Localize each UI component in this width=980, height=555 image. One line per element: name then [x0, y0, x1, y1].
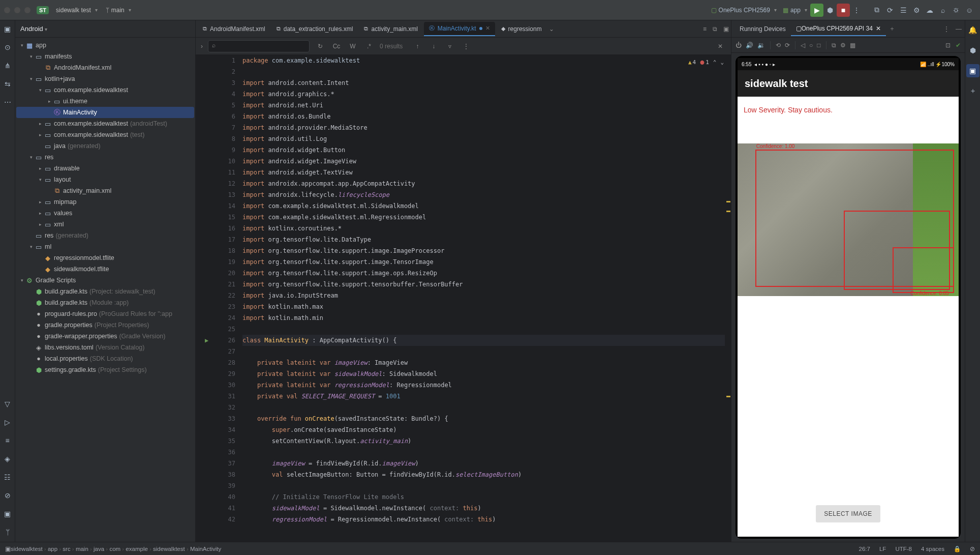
file-encoding[interactable]: UTF-8 [895, 546, 912, 552]
tree-node[interactable]: ◆regressionmodel.tflite [16, 252, 194, 264]
tree-node[interactable]: ▸▭drawable [16, 163, 194, 174]
prev-occurrence-icon[interactable]: ↻ [315, 43, 326, 50]
ok-icon[interactable]: ✔ [956, 42, 961, 49]
editor-split-icon[interactable]: ⧉ [713, 25, 717, 33]
filter-icon[interactable]: ▿ [444, 43, 455, 50]
tree-node[interactable]: ⓀMainActivity [16, 107, 194, 118]
breadcrumb-root-icon[interactable]: ▣ [5, 545, 11, 552]
tree-node[interactable]: ⬢build.gradle.kts(Project: sidewalk_test… [16, 286, 194, 297]
vcs-tool-icon[interactable]: ᛘ [2, 527, 13, 538]
tree-node[interactable]: ▾⚙Gradle Scripts [16, 275, 194, 286]
gradle-tool-icon[interactable]: ⬢ [966, 44, 979, 57]
project-tree[interactable]: ▾▦app▾▭manifests⧉AndroidManifest.xml▾▭ko… [15, 38, 195, 542]
account-icon[interactable]: ☺ [963, 4, 976, 17]
editor-tab[interactable]: ◆regressionm [496, 22, 547, 36]
tree-node[interactable]: ⬢settings.gradle.kts(Project Settings) [16, 364, 194, 375]
breadcrumb-item[interactable]: sidewalktest [153, 546, 190, 552]
breadcrumb-item[interactable]: sidewalktest [11, 546, 48, 552]
toolbar-icon[interactable]: ⧉ [870, 4, 883, 17]
tree-node[interactable]: ●gradle-wrapper.properties(Gradle Versio… [16, 331, 194, 342]
editor-list-icon[interactable]: ≡ [703, 25, 707, 33]
tree-node[interactable]: ⧉AndroidManifest.xml [16, 62, 194, 73]
find-input[interactable] [208, 40, 310, 52]
build-tool-icon[interactable]: ≡ [2, 435, 13, 446]
tree-node[interactable]: ▾▭kotlin+java [16, 73, 194, 84]
tree-node[interactable]: ▾▭com.example.sidewalktest [16, 84, 194, 96]
caret-position[interactable]: 26:7 [859, 546, 870, 552]
breadcrumbs[interactable]: sidewalktestappsrcmainjavacomexampleside… [11, 546, 221, 552]
editor-tab[interactable]: ⧉data_extraction_rules.xml [271, 22, 358, 36]
project-selector[interactable]: sidewalk test [52, 6, 102, 15]
tree-node[interactable]: ▭java(generated) [16, 140, 194, 152]
tree-node[interactable]: ▸▭com.example.sidewalktest(androidTest) [16, 118, 194, 129]
close-find-icon[interactable]: ✕ [715, 43, 726, 50]
tree-node[interactable]: ▾▭manifests [16, 51, 194, 62]
overview-icon[interactable]: □ [817, 42, 820, 49]
settings-icon[interactable]: ⛭ [950, 4, 963, 17]
indent-settings[interactable]: 4 spaces [921, 546, 944, 552]
volume-up-icon[interactable]: 🔊 [746, 42, 753, 49]
device-selector[interactable]: OnePlus CPH2569 [708, 7, 780, 14]
device-settings-icon[interactable]: ⚙ [840, 42, 846, 49]
toolbar-icon[interactable]: ☁ [923, 4, 936, 17]
run-button[interactable]: ▶ [810, 4, 823, 17]
logcat-icon[interactable]: ☷ [2, 472, 13, 483]
tree-node[interactable]: ▸▭mipmap [16, 196, 194, 208]
select-image-button[interactable]: SELECT IMAGE [816, 505, 880, 522]
pull-requests-icon[interactable]: ⇆ [2, 78, 13, 90]
memory-icon[interactable]: ⊘ [970, 545, 975, 552]
tree-node[interactable]: ▾▭res [16, 152, 194, 163]
zoom-icon[interactable]: ⊡ [945, 42, 951, 49]
toolbar-icon[interactable]: ⚙ [910, 4, 923, 17]
breadcrumb-item[interactable]: example [126, 546, 153, 552]
tree-node[interactable]: ◈libs.versions.toml(Version Catalog) [16, 342, 194, 353]
more-tool-icon[interactable]: ⋯ [2, 97, 13, 108]
next-match-icon[interactable]: ↓ [428, 43, 439, 50]
toolbar-icon[interactable]: ⟳ [883, 4, 897, 17]
readonly-icon[interactable]: 🔒 [954, 545, 961, 552]
device-manager-icon[interactable]: ▣ [966, 64, 979, 77]
structure-tool-icon[interactable]: ⋔ [2, 60, 13, 71]
device-tab[interactable]: ▢ OnePlus CPH2569 API 34✕ [791, 22, 886, 36]
run-config-selector[interactable]: app [780, 7, 810, 14]
breadcrumb-item[interactable]: app [48, 546, 63, 552]
project-tool-icon[interactable]: ▣ [2, 23, 13, 35]
breadcrumb-item[interactable]: main [76, 546, 94, 552]
problems-icon[interactable]: ⊘ [2, 490, 13, 501]
panel-options-icon[interactable]: ⋮ [943, 25, 950, 33]
tree-node[interactable]: ●proguard-rules.pro(ProGuard Rules for "… [16, 308, 194, 319]
device-mirror[interactable]: 6:55 ◂ ▪ ▪ ● ◦ ▸ 📶 ..ıll ⚡100% sidewalk … [736, 56, 961, 539]
tree-node[interactable]: ●local.properties(SDK Location) [16, 353, 194, 364]
prev-match-icon[interactable]: ↑ [412, 43, 423, 50]
tree-node[interactable]: ▸▭xml [16, 219, 194, 230]
error-stripe[interactable] [725, 55, 731, 542]
tree-node[interactable]: ▸▭ui.theme [16, 96, 194, 107]
editor-tab[interactable]: ⧉AndroidManifest.xml [198, 22, 270, 36]
stop-button[interactable]: ■ [837, 4, 850, 17]
bookmarks-icon[interactable]: ▽ [2, 398, 13, 410]
toolbar-icon[interactable]: ☰ [897, 4, 910, 17]
tree-node[interactable]: ▸▭values [16, 208, 194, 219]
add-device-icon[interactable]: ＋ [889, 24, 895, 33]
editor-tab[interactable]: ⧉activity_main.xml [359, 22, 422, 36]
more-actions-icon[interactable]: ⋮ [850, 4, 863, 17]
search-icon[interactable]: ⌕ [936, 4, 950, 17]
tree-node[interactable]: ⬢build.gradle.kts(Module :app) [16, 297, 194, 308]
git-branch-selector[interactable]: ᛘ main [102, 6, 135, 15]
tree-node[interactable]: ⧉activity_main.xml [16, 185, 194, 196]
more-find-icon[interactable]: ⋮ [461, 43, 472, 50]
rotate-right-icon[interactable]: ⟳ [785, 42, 790, 49]
running-devices-tab[interactable]: Running Devices [734, 22, 791, 36]
run-tool-icon[interactable]: ▷ [2, 417, 13, 428]
tree-node[interactable]: ▾▭layout [16, 174, 194, 185]
commit-tool-icon[interactable]: ⊙ [2, 42, 13, 53]
breadcrumb-item[interactable]: java [94, 546, 109, 552]
rotate-left-icon[interactable]: ⟲ [776, 42, 781, 49]
tabs-overflow-icon[interactable]: ⌄ [549, 25, 554, 33]
match-case-toggle[interactable]: Cc [331, 43, 342, 50]
tree-node[interactable]: ▭res(generated) [16, 230, 194, 241]
breadcrumb-item[interactable]: com [109, 546, 126, 552]
project-view-selector[interactable]: Android [15, 20, 195, 38]
volume-down-icon[interactable]: 🔉 [757, 42, 765, 49]
home-icon[interactable]: ○ [809, 42, 813, 49]
